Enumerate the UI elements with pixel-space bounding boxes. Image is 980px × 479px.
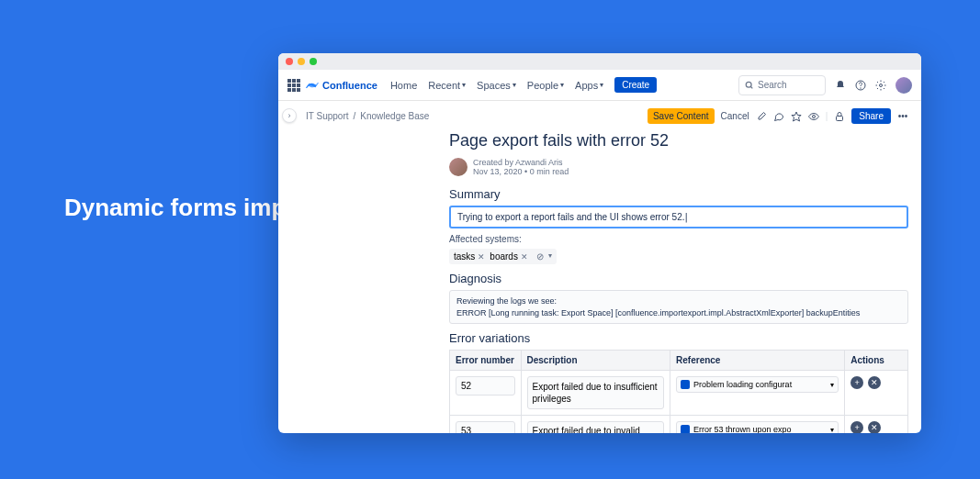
description-input[interactable]: Export failed due to invalid session — [527, 421, 665, 433]
svg-rect-7 — [837, 116, 843, 120]
description-input[interactable]: Export failed due to insufficient privil… — [527, 376, 665, 409]
breadcrumb: IT Support / Knowledge Base — [306, 111, 429, 121]
add-row-icon[interactable]: + — [850, 421, 863, 433]
help-icon[interactable] — [855, 80, 866, 91]
nav-apps[interactable]: Apps▾ — [575, 80, 603, 91]
search-input[interactable]: Search — [738, 75, 826, 95]
titlebar — [278, 53, 921, 70]
profile-avatar[interactable] — [896, 77, 912, 94]
brand-name: Confluence — [322, 80, 377, 91]
svg-line-1 — [750, 86, 752, 88]
add-row-icon[interactable]: + — [850, 376, 863, 389]
table-row: 52 Export failed due to insufficient pri… — [450, 371, 908, 416]
page-byline: Created by Azwandi Aris Nov 13, 2020 • 0… — [449, 158, 908, 176]
nav-home[interactable]: Home — [390, 80, 417, 91]
chip-tasks: tasks✕ — [454, 251, 485, 262]
star-icon[interactable] — [791, 111, 802, 122]
top-nav: Confluence Home Recent▾ Spaces▾ People▾ … — [278, 70, 921, 101]
remove-row-icon[interactable]: ✕ — [868, 421, 881, 433]
chevron-down-icon: ▾ — [830, 381, 834, 389]
error-number-input[interactable]: 53 — [456, 421, 515, 433]
chevron-down-icon: ▾ — [462, 81, 466, 89]
error-variations-table: Error number Description Reference Actio… — [449, 350, 908, 433]
nav-people[interactable]: People▾ — [527, 80, 564, 91]
col-error-number: Error number — [450, 351, 522, 371]
page-title: Page export fails with error 52 — [449, 131, 908, 150]
breadcrumb-page[interactable]: Knowledge Base — [360, 111, 429, 121]
minimize-window-icon[interactable] — [298, 58, 305, 65]
breadcrumb-space[interactable]: IT Support — [306, 111, 349, 121]
chevron-down-icon: ▾ — [830, 426, 834, 433]
affected-label: Affected systems: — [449, 234, 908, 244]
chevron-down-icon: ▾ — [513, 81, 516, 89]
clear-icon[interactable]: ⊘ — [536, 251, 544, 262]
diagnosis-input[interactable]: Reviewing the logs we see: ERROR [Long r… — [449, 290, 908, 324]
author-name: Created by Azwandi Aris — [473, 158, 569, 167]
more-icon[interactable]: ••• — [897, 111, 908, 122]
chevron-down-icon: ▾ — [560, 81, 564, 89]
chip-remove-icon[interactable]: ✕ — [478, 252, 485, 262]
diagnosis-heading: Diagnosis — [449, 272, 908, 285]
nav-recent[interactable]: Recent▾ — [428, 80, 466, 91]
watch-icon[interactable] — [808, 111, 819, 122]
comment-icon[interactable] — [773, 111, 784, 122]
error-variations-heading: Error variations — [449, 331, 908, 345]
cancel-button[interactable]: Cancel — [721, 111, 749, 121]
nav-spaces[interactable]: Spaces▾ — [477, 80, 516, 91]
chevron-down-icon: ▾ — [600, 81, 603, 89]
app-window: Confluence Home Recent▾ Spaces▾ People▾ … — [278, 53, 921, 433]
remove-row-icon[interactable]: ✕ — [868, 376, 881, 389]
restrictions-icon[interactable] — [834, 111, 845, 122]
error-number-input[interactable]: 52 — [456, 376, 515, 395]
summary-heading: Summary — [449, 187, 908, 201]
page-icon — [681, 425, 690, 433]
chevron-down-icon[interactable]: ▾ — [548, 251, 552, 262]
notifications-icon[interactable] — [835, 80, 846, 91]
create-button[interactable]: Create — [614, 77, 657, 93]
chip-boards: boards✕ — [490, 251, 528, 262]
col-description: Description — [521, 351, 670, 371]
search-icon — [745, 81, 754, 90]
reference-select[interactable]: Error 53 thrown upon expo▾ — [676, 421, 839, 433]
close-window-icon[interactable] — [286, 58, 293, 65]
page-icon — [681, 380, 690, 389]
settings-icon[interactable] — [875, 80, 886, 91]
svg-point-0 — [746, 82, 751, 87]
table-row: 53 Export failed due to invalid session … — [450, 416, 908, 433]
app-switcher-icon[interactable] — [287, 79, 300, 92]
affected-systems-field[interactable]: tasks✕ boards✕ ⊘▾ — [449, 249, 557, 264]
maximize-window-icon[interactable] — [310, 58, 317, 65]
page-meta: Nov 13, 2020 • 0 min read — [473, 167, 569, 176]
author-avatar[interactable] — [449, 158, 467, 176]
svg-point-3 — [861, 87, 862, 88]
confluence-logo[interactable]: Confluence — [306, 79, 377, 92]
svg-point-6 — [812, 115, 815, 117]
reference-select[interactable]: Problem loading configurat▾ — [676, 376, 839, 393]
sidebar-toggle[interactable]: › — [282, 108, 297, 123]
col-actions: Actions — [845, 351, 908, 371]
svg-marker-5 — [792, 112, 801, 121]
col-reference: Reference — [670, 351, 845, 371]
share-button[interactable]: Share — [851, 108, 891, 124]
summary-input[interactable]: Trying to export a report fails and the … — [449, 206, 908, 228]
svg-point-4 — [880, 84, 883, 86]
chip-remove-icon[interactable]: ✕ — [521, 252, 528, 262]
save-content-button[interactable]: Save Content — [648, 108, 715, 124]
edit-icon[interactable] — [756, 111, 767, 122]
